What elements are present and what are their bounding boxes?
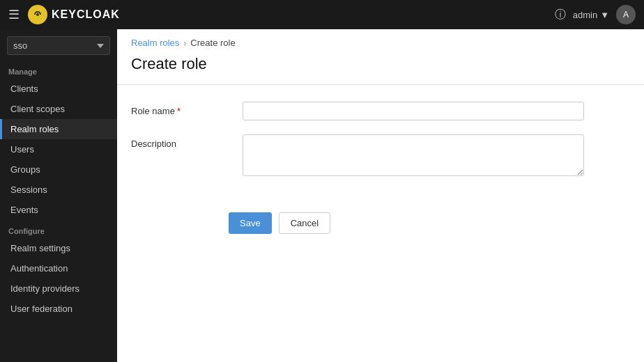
sidebar-item-realm-roles[interactable]: Realm roles: [0, 119, 117, 139]
breadcrumb-separator: ›: [183, 38, 186, 48]
admin-menu[interactable]: admin ▼: [573, 10, 609, 20]
topnav-left: ☰ KEYCLOAK: [8, 5, 120, 24]
required-indicator: *: [177, 106, 181, 116]
sidebar-item-authentication[interactable]: Authentication: [0, 258, 117, 278]
svg-point-1: [36, 13, 39, 16]
sidebar-item-clients[interactable]: Clients: [0, 79, 117, 99]
logo-text: KEYCLOAK: [52, 8, 120, 21]
chevron-down-icon: ▼: [600, 10, 609, 20]
logo: KEYCLOAK: [28, 5, 120, 24]
breadcrumb-current: Create role: [190, 38, 235, 48]
page-title: Create role: [117, 52, 644, 85]
manage-section-label: Manage: [0, 61, 117, 79]
role-name-row: Role name *: [131, 102, 630, 120]
breadcrumb-realm-roles[interactable]: Realm roles: [131, 38, 179, 48]
create-role-form: Role name * Description: [117, 85, 644, 207]
sidebar-item-events[interactable]: Events: [0, 200, 117, 220]
sidebar-item-groups[interactable]: Groups: [0, 159, 117, 180]
description-label: Description: [131, 134, 229, 149]
topnav-right: ⓘ admin ▼ A: [555, 5, 636, 24]
help-icon[interactable]: ⓘ: [555, 8, 566, 22]
sidebar-item-users[interactable]: Users: [0, 139, 117, 159]
topnav: ☰ KEYCLOAK ⓘ admin ▼ A: [0, 0, 644, 29]
realm-selector[interactable]: sso master: [7, 36, 110, 55]
configure-section-label: Configure: [0, 220, 117, 238]
breadcrumb: Realm roles › Create role: [117, 29, 644, 52]
cancel-button[interactable]: Cancel: [279, 212, 330, 234]
sidebar-item-client-scopes[interactable]: Client scopes: [0, 99, 117, 119]
save-button[interactable]: Save: [229, 212, 272, 234]
sidebar-item-identity-providers[interactable]: Identity providers: [0, 278, 117, 299]
role-name-input[interactable]: [243, 102, 584, 120]
description-row: Description: [131, 134, 630, 176]
sidebar-item-sessions[interactable]: Sessions: [0, 180, 117, 200]
sidebar: sso master Manage Clients Client scopes …: [0, 29, 117, 362]
layout: sso master Manage Clients Client scopes …: [0, 29, 644, 362]
avatar[interactable]: A: [616, 5, 636, 24]
logo-icon: [28, 5, 47, 24]
form-actions: Save Cancel: [117, 207, 644, 248]
sidebar-item-realm-settings[interactable]: Realm settings: [0, 238, 117, 258]
description-textarea[interactable]: [243, 134, 584, 176]
role-name-label: Role name *: [131, 102, 229, 116]
sidebar-item-user-federation[interactable]: User federation: [0, 299, 117, 319]
hamburger-icon[interactable]: ☰: [8, 7, 20, 22]
admin-label: admin: [573, 10, 597, 20]
main-content: Realm roles › Create role Create role Ro…: [117, 29, 644, 362]
